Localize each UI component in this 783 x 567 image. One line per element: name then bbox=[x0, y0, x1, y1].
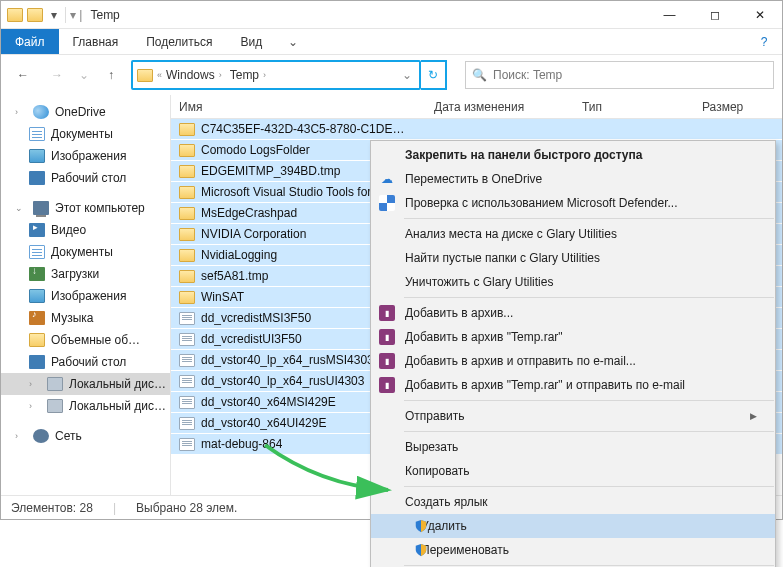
col-type[interactable]: Тип bbox=[574, 100, 694, 114]
address-bar[interactable]: « Windows› Temp› ⌄ bbox=[131, 60, 421, 90]
file-icon bbox=[179, 333, 195, 346]
up-button[interactable]: ↑ bbox=[97, 61, 125, 89]
tree-localdisk[interactable]: ›Локальный дис… bbox=[1, 373, 170, 395]
help-icon[interactable]: ? bbox=[746, 35, 782, 49]
file-icon bbox=[179, 354, 195, 367]
tab-file[interactable]: Файл bbox=[1, 29, 59, 54]
tree-images2[interactable]: Изображения bbox=[1, 285, 170, 307]
file-name: NVIDIA Corporation bbox=[201, 227, 306, 241]
title-bar[interactable]: ▾ ▾ | Temp — ◻ ✕ bbox=[1, 1, 782, 29]
search-input[interactable]: 🔍 Поиск: Temp bbox=[465, 61, 774, 89]
file-name: dd_vstor40_lp_x64_rusMSI4303 bbox=[201, 353, 374, 367]
drive-icon bbox=[47, 377, 63, 391]
col-size[interactable]: Размер bbox=[694, 100, 782, 114]
divider bbox=[65, 7, 66, 23]
file-name: sef5A81.tmp bbox=[201, 269, 268, 283]
search-placeholder: Поиск: Temp bbox=[493, 68, 562, 82]
folder-icon bbox=[179, 291, 195, 304]
forward-button[interactable]: → bbox=[43, 61, 71, 89]
qat-dropdown-icon[interactable]: ▾ bbox=[50, 11, 58, 19]
maximize-button[interactable]: ◻ bbox=[692, 1, 737, 29]
tree-network[interactable]: ›Сеть bbox=[1, 425, 170, 447]
tree-onedrive[interactable]: ›OneDrive bbox=[1, 101, 170, 123]
file-name: mat-debug-864 bbox=[201, 437, 282, 451]
tree-desktop[interactable]: Рабочий стол bbox=[1, 167, 170, 189]
overflow-icon[interactable]: ▾ | bbox=[70, 8, 82, 22]
ctx-sendto[interactable]: Отправить▶ bbox=[371, 404, 775, 428]
onedrive-icon: ☁ bbox=[379, 171, 395, 187]
ctx-glary-empty[interactable]: Найти пустые папки с Glary Utilities bbox=[371, 246, 775, 270]
divider bbox=[404, 400, 774, 401]
images-icon bbox=[29, 289, 45, 303]
winrar-icon: ▮ bbox=[379, 377, 395, 393]
file-name: Microsoft Visual Studio Tools for … bbox=[201, 185, 387, 199]
folder-icon bbox=[179, 186, 195, 199]
status-count: Элементов: 28 bbox=[11, 501, 93, 515]
tab-view[interactable]: Вид bbox=[226, 29, 276, 54]
divider bbox=[404, 218, 774, 219]
tree-desktop2[interactable]: Рабочий стол bbox=[1, 351, 170, 373]
documents-icon bbox=[29, 127, 45, 141]
ctx-shortcut[interactable]: Создать ярлык bbox=[371, 490, 775, 514]
tree-localdisk2[interactable]: ›Локальный дис… bbox=[1, 395, 170, 417]
breadcrumb-windows[interactable]: Windows› bbox=[162, 68, 226, 82]
tree-music[interactable]: Музыка bbox=[1, 307, 170, 329]
downloads-icon bbox=[29, 267, 45, 281]
recent-dropdown-icon[interactable]: ⌄ bbox=[77, 61, 91, 89]
ctx-pin[interactable]: Закрепить на панели быстрого доступа bbox=[371, 143, 775, 167]
file-icon bbox=[179, 396, 195, 409]
quick-access-toolbar: ▾ ▾ | bbox=[1, 7, 82, 23]
ctx-copy[interactable]: Копировать bbox=[371, 459, 775, 483]
folder-icon bbox=[179, 228, 195, 241]
close-button[interactable]: ✕ bbox=[737, 1, 782, 29]
winrar-icon: ▮ bbox=[379, 305, 395, 321]
ctx-cut[interactable]: Вырезать bbox=[371, 435, 775, 459]
tree-images[interactable]: Изображения bbox=[1, 145, 170, 167]
tree-volumes[interactable]: Объемные об… bbox=[1, 329, 170, 351]
ctx-rar-temp[interactable]: ▮Добавить в архив "Temp.rar" bbox=[371, 325, 775, 349]
ctx-rar-email[interactable]: ▮Добавить в архив и отправить по e-mail.… bbox=[371, 349, 775, 373]
ctx-defender[interactable]: Проверка с использованием Microsoft Defe… bbox=[371, 191, 775, 215]
ctx-glary-analyze[interactable]: Анализ места на диске с Glary Utilities bbox=[371, 222, 775, 246]
refresh-button[interactable]: ↻ bbox=[421, 60, 447, 90]
file-name: dd_vstor40_lp_x64_rusUI4303 bbox=[201, 374, 364, 388]
ctx-move-onedrive[interactable]: ☁Переместить в OneDrive bbox=[371, 167, 775, 191]
ribbon: Файл Главная Поделиться Вид ⌄ ? bbox=[1, 29, 782, 55]
back-button[interactable]: ← bbox=[9, 61, 37, 89]
divider bbox=[404, 297, 774, 298]
ctx-delete[interactable]: Удалить bbox=[371, 514, 775, 538]
chevron-right-icon: ▶ bbox=[750, 411, 757, 421]
col-name[interactable]: Имя bbox=[171, 100, 426, 114]
drive-icon bbox=[47, 399, 63, 413]
tab-share[interactable]: Поделиться bbox=[132, 29, 226, 54]
file-name: dd_vcredistMSI3F50 bbox=[201, 311, 311, 325]
tree-video[interactable]: Видео bbox=[1, 219, 170, 241]
tree-documents[interactable]: Документы bbox=[1, 123, 170, 145]
nav-tree[interactable]: ›OneDrive Документы Изображения Рабочий … bbox=[1, 95, 171, 495]
tab-home[interactable]: Главная bbox=[59, 29, 133, 54]
documents-icon bbox=[29, 245, 45, 259]
folder-icon bbox=[137, 69, 153, 82]
address-dropdown-icon[interactable]: ⌄ bbox=[395, 68, 419, 82]
breadcrumb-temp[interactable]: Temp› bbox=[226, 68, 270, 82]
ribbon-expand-icon[interactable]: ⌄ bbox=[276, 35, 310, 49]
file-name: WinSAT bbox=[201, 290, 244, 304]
file-name: dd_vstor40_x64MSI429E bbox=[201, 395, 336, 409]
file-row[interactable]: C74C35EF-432D-43C5-8780-C1DE… bbox=[171, 119, 782, 140]
folder-icon bbox=[179, 144, 195, 157]
ctx-glary-shred[interactable]: Уничтожить с Glary Utilities bbox=[371, 270, 775, 294]
window-title: Temp bbox=[90, 8, 119, 22]
folder-icon[interactable] bbox=[27, 8, 43, 22]
file-name: EDGEMITMP_394BD.tmp bbox=[201, 164, 340, 178]
folder-icon bbox=[179, 123, 195, 136]
ctx-rar-add[interactable]: ▮Добавить в архив... bbox=[371, 301, 775, 325]
tree-downloads[interactable]: Загрузки bbox=[1, 263, 170, 285]
minimize-button[interactable]: — bbox=[647, 1, 692, 29]
tree-documents2[interactable]: Документы bbox=[1, 241, 170, 263]
tree-thispc[interactable]: ⌄Этот компьютер bbox=[1, 197, 170, 219]
folder-icon bbox=[179, 165, 195, 178]
col-date[interactable]: Дата изменения bbox=[426, 100, 574, 114]
ctx-rename[interactable]: Переименовать bbox=[371, 538, 775, 562]
ctx-rar-temp-email[interactable]: ▮Добавить в архив "Temp.rar" и отправить… bbox=[371, 373, 775, 397]
network-icon bbox=[33, 429, 49, 443]
